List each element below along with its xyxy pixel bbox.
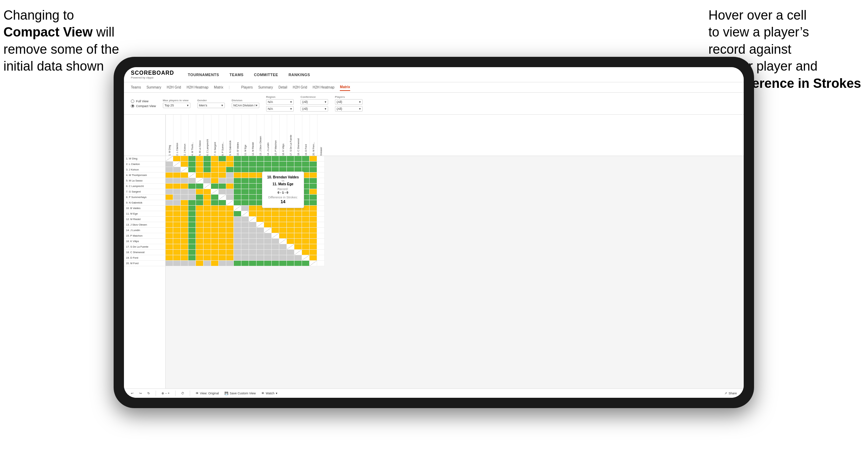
grid-cell-1-15[interactable] [272,156,279,162]
grid-cell-11-20[interactable] [310,211,317,217]
grid-cell-5-6[interactable] [203,178,211,184]
grid-cell-2-3[interactable] [181,162,188,167]
grid-cell-2-12[interactable] [249,162,257,167]
grid-cell-10-5[interactable] [196,206,203,211]
grid-cell-6-20[interactable] [310,184,317,189]
conference-select-1[interactable]: (All) ▾ [301,99,328,105]
grid-cell-17-6[interactable] [203,244,211,250]
grid-cell-1-20[interactable] [310,156,317,162]
grid-cell-2-13[interactable] [257,162,264,167]
grid-cell-7-7[interactable] [211,189,219,195]
grid-cell-4-20[interactable] [310,173,317,178]
grid-cell-19-4[interactable] [188,255,196,261]
full-view-radio[interactable]: Full View [131,100,156,103]
grid-cell-16-21[interactable] [317,239,325,244]
grid-cell-2-16[interactable] [279,162,287,167]
grid-cell-16-12[interactable] [249,239,257,244]
grid-cell-1-2[interactable] [173,156,181,162]
grid-cell-14-8[interactable] [219,228,226,233]
grid-cell-6-21[interactable] [317,184,325,189]
grid-cell-19-5[interactable] [196,255,203,261]
grid-cell-17-18[interactable] [294,244,302,250]
grid-cell-16-10[interactable] [234,239,241,244]
grid-cell-2-4[interactable] [188,162,196,167]
grid-cell-13-9[interactable] [226,222,234,228]
grid-cell-6-5[interactable] [196,184,203,189]
grid-cell-11-7[interactable] [211,211,219,217]
grid-cell-19-10[interactable] [234,255,241,261]
grid-cell-11-15[interactable] [272,211,279,217]
grid-cell-18-13[interactable] [257,250,264,255]
grid-cell-11-13[interactable] [257,211,264,217]
grid-cell-13-15[interactable] [272,222,279,228]
grid-cell-16-4[interactable] [188,239,196,244]
grid-cell-13-14[interactable] [264,222,272,228]
grid-cell-5-4[interactable] [188,178,196,184]
max-players-select[interactable]: Top 25 ▾ [163,103,190,108]
grid-cell-5-2[interactable] [173,178,181,184]
grid-cell-10-20[interactable] [310,206,317,211]
grid-cell-5-21[interactable] [317,178,325,184]
grid-cell-1-3[interactable] [181,156,188,162]
grid-cell-14-10[interactable] [234,228,241,233]
grid-cell-4-6[interactable] [203,173,211,178]
grid-cell-9-5[interactable] [196,200,203,206]
grid-cell-4-3[interactable] [181,173,188,178]
grid-cell-19-12[interactable] [249,255,257,261]
grid-cell-19-2[interactable] [173,255,181,261]
grid-cell-20-14[interactable] [264,261,272,266]
grid-cell-7-4[interactable] [188,189,196,195]
grid-cell-15-12[interactable] [249,233,257,239]
grid-cell-7-3[interactable] [181,189,188,195]
grid-cell-14-18[interactable] [294,228,302,233]
grid-cell-13-20[interactable] [310,222,317,228]
grid-cell-17-7[interactable] [211,244,219,250]
grid-cell-16-6[interactable] [203,239,211,244]
grid-cell-10-8[interactable] [219,206,226,211]
region-select-1[interactable]: N/A ▾ [266,99,294,105]
grid-cell-18-2[interactable] [173,250,181,255]
grid-cell-16-3[interactable] [181,239,188,244]
grid-cell-3-1[interactable] [166,167,173,173]
grid-cell-15-5[interactable] [196,233,203,239]
grid-cell-10-2[interactable] [173,206,181,211]
grid-cell-12-15[interactable] [272,217,279,222]
grid-cell-15-15[interactable] [272,233,279,239]
grid-cell-18-9[interactable] [226,250,234,255]
grid-cell-8-4[interactable] [188,195,196,200]
grid-cell-2-1[interactable] [166,162,173,167]
grid-cell-20-21[interactable] [317,261,325,266]
grid-cell-19-7[interactable] [211,255,219,261]
grid-cell-1-17[interactable] [287,156,294,162]
grid-cell-13-18[interactable] [294,222,302,228]
grid-cell-11-14[interactable] [264,211,272,217]
grid-cell-19-13[interactable] [257,255,264,261]
grid-cell-4-10[interactable] [234,173,241,178]
zoom-controls[interactable]: ⊕ − + [161,392,170,395]
grid-cell-3-4[interactable] [188,167,196,173]
grid-cell-15-9[interactable] [226,233,234,239]
grid-cell-16-13[interactable] [257,239,264,244]
tab-h2h-grid-right[interactable]: H2H Grid [293,84,307,91]
grid-cell-12-5[interactable] [196,217,203,222]
grid-cell-11-4[interactable] [188,211,196,217]
grid-cell-12-9[interactable] [226,217,234,222]
tab-summary-right[interactable]: Summary [258,84,273,91]
grid-cell-1-5[interactable] [196,156,203,162]
grid-cell-14-4[interactable] [188,228,196,233]
grid-cell-5-12[interactable] [249,178,257,184]
grid-cell-7-10[interactable] [234,189,241,195]
grid-cell-9-21[interactable] [317,200,325,206]
tab-h2h-grid-left[interactable]: H2H Grid [167,84,181,91]
grid-cell-9-20[interactable] [310,200,317,206]
grid-cell-2-14[interactable] [264,162,272,167]
grid-cell-15-8[interactable] [219,233,226,239]
grid-cell-14-9[interactable] [226,228,234,233]
grid-cell-9-1[interactable] [166,200,173,206]
grid-cell-4-8[interactable] [219,173,226,178]
players-select-1[interactable]: (All) ▾ [335,99,363,105]
grid-cell-10-6[interactable] [203,206,211,211]
grid-cell-10-1[interactable] [166,206,173,211]
grid-cell-7-12[interactable] [249,189,257,195]
grid-cell-17-1[interactable] [166,244,173,250]
